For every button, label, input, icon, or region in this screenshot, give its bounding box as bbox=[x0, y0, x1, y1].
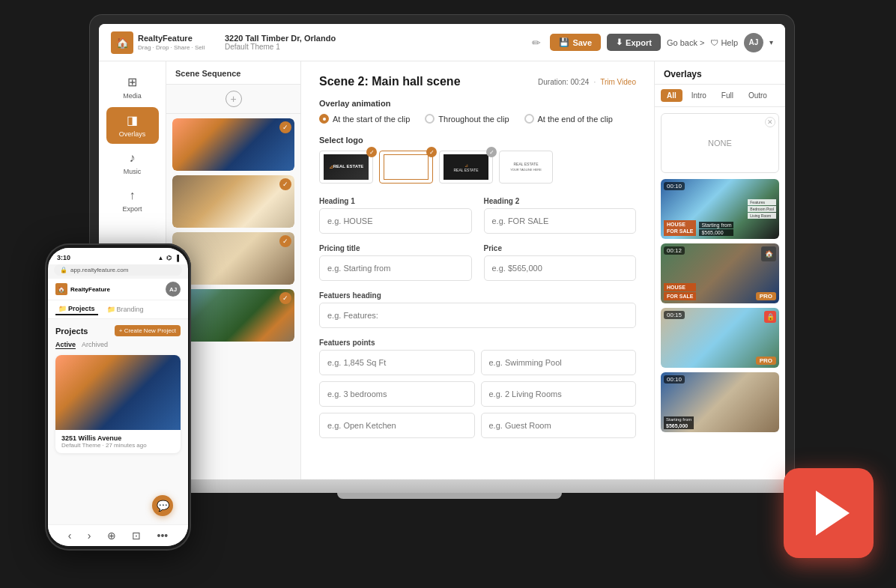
overlay-features-1: Features Bedroom Pool Living Room bbox=[748, 199, 776, 219]
point-input-3[interactable] bbox=[319, 381, 475, 407]
point-input-2[interactable] bbox=[481, 350, 637, 375]
sidebar-label-export: Export bbox=[122, 205, 142, 213]
export-sidebar-icon: ↑ bbox=[130, 189, 136, 202]
overlay-tab-intro[interactable]: Intro bbox=[685, 89, 712, 102]
chevron-down-icon[interactable]: ▾ bbox=[769, 38, 773, 46]
point-input-6[interactable] bbox=[481, 413, 637, 438]
overlay-price-1: $565,000 bbox=[699, 229, 733, 236]
overlay-text-2: HOUSE FOR SALE bbox=[664, 283, 696, 300]
export-icon: ⬇ bbox=[616, 37, 623, 47]
radio-throughout[interactable]: Throughout the clip bbox=[425, 114, 509, 124]
sidebar-item-export[interactable]: ↑ Export bbox=[106, 183, 159, 219]
scene-thumb-1[interactable]: ✓ bbox=[172, 118, 294, 171]
point-input-5[interactable] bbox=[319, 413, 475, 438]
radio-dot-throughout bbox=[425, 114, 435, 124]
logo-img-2 bbox=[384, 154, 429, 180]
pricing-row: Pricing title Price bbox=[319, 244, 636, 281]
overlay-time-2: 00:12 bbox=[664, 246, 685, 255]
logo-option-3[interactable]: ⊿ REAL ESTATE ✓ bbox=[439, 151, 493, 184]
forward-icon[interactable]: › bbox=[88, 530, 91, 542]
overlay-starting-1: Starting from bbox=[699, 222, 733, 228]
points-grid bbox=[319, 350, 636, 438]
phone-create-button[interactable]: + Create New Project bbox=[115, 325, 181, 336]
signal-icon: ▲ bbox=[157, 255, 163, 261]
overlay-time-1: 00:10 bbox=[664, 182, 685, 190]
battery-icon: ▐ bbox=[175, 255, 179, 261]
overlays-panel: Overlays All Intro Full Outro ✕ NONE bbox=[654, 61, 785, 479]
overlay-card-bg-4: 00:10 Starting from $565,000 bbox=[661, 372, 779, 432]
overlay-none-option[interactable]: ✕ NONE bbox=[661, 113, 779, 173]
radio-at-start[interactable]: At the start of the clip bbox=[319, 114, 410, 124]
overlay-card-2[interactable]: 00:12 🏠 HOUSE FOR SALE PRO bbox=[661, 243, 779, 303]
features-points-label: Featuers points bbox=[319, 339, 636, 347]
overlay-bottom-1: HOUSEFOR SALE Starting from $565,000 bbox=[664, 220, 733, 236]
save-icon: 💾 bbox=[559, 37, 569, 47]
phone-subtabs: Active Archived bbox=[55, 341, 181, 349]
overlay-card-4[interactable]: 00:10 Starting from $565,000 bbox=[661, 372, 779, 432]
phone-tab-branding[interactable]: 📁 Branding bbox=[104, 303, 147, 315]
trim-video-link[interactable]: Trim Video bbox=[600, 78, 636, 86]
phone-app-header: 🏠 RealtyFeature AJ bbox=[48, 279, 188, 300]
phone-url-bar[interactable]: 🔒 app.realtyfeature.com bbox=[54, 264, 182, 276]
radio-at-end[interactable]: At the end of the clip bbox=[524, 114, 613, 124]
scene-add-button[interactable]: + bbox=[225, 91, 242, 107]
overlay-tab-all[interactable]: All bbox=[661, 89, 682, 102]
youtube-play-button[interactable] bbox=[784, 468, 874, 558]
save-button[interactable]: 💾 Save bbox=[550, 34, 601, 51]
overlay-card-bg-1: 00:10 Features Bedroom Pool Living Room … bbox=[661, 179, 779, 239]
phone-project-info: 3251 Willis Avenue Default Theme · 27 mi… bbox=[55, 430, 181, 453]
sidebar-item-music[interactable]: ♪ Music bbox=[106, 145, 159, 181]
pricing-title-input[interactable] bbox=[319, 255, 472, 281]
back-icon[interactable]: ‹ bbox=[68, 530, 72, 542]
overlay-none-x-icon: ✕ bbox=[765, 117, 775, 127]
laptop-base bbox=[90, 479, 794, 493]
sidebar-label-media: Media bbox=[123, 92, 142, 100]
overlay-card-3[interactable]: 00:15 🔒 PRO bbox=[661, 308, 779, 368]
overlay-card-1[interactable]: 00:10 Features Bedroom Pool Living Room … bbox=[661, 179, 779, 239]
overlay-tab-full[interactable]: Full bbox=[715, 89, 739, 102]
sidebar-item-overlays[interactable]: ◨ Overlays bbox=[106, 107, 159, 144]
help-button[interactable]: 🛡 Help bbox=[710, 38, 738, 47]
overlay-tabs: All Intro Full Outro bbox=[655, 85, 785, 107]
play-triangle-icon bbox=[816, 491, 850, 536]
phone-subtab-archived[interactable]: Archived bbox=[82, 341, 108, 349]
tabs-icon[interactable]: ⊡ bbox=[132, 530, 141, 542]
price-input[interactable] bbox=[484, 255, 637, 281]
logo-select-row: ⊿ REAL ESTATE ✓ ✓ ⊿ bbox=[319, 151, 636, 184]
logo-option-2[interactable]: ✓ bbox=[379, 151, 433, 184]
logo-option-1[interactable]: ⊿ REAL ESTATE ✓ bbox=[319, 151, 373, 184]
heading2-input[interactable] bbox=[484, 208, 637, 234]
logo-option-4[interactable]: REAL ESTATEYOUR TAGLINE HERE bbox=[499, 151, 553, 184]
more-icon[interactable]: ••• bbox=[157, 530, 169, 542]
edit-icon[interactable]: ✏ bbox=[532, 37, 541, 49]
sidebar-label-music: Music bbox=[124, 168, 142, 175]
overlay-lock-icon-3: 🔒 bbox=[764, 311, 776, 323]
goback-button[interactable]: Go back > bbox=[667, 38, 704, 47]
phone-subtab-active[interactable]: Active bbox=[55, 341, 76, 349]
scene-check-3: ✓ bbox=[279, 235, 291, 247]
share-icon[interactable]: ⊕ bbox=[107, 530, 116, 542]
scene-thumb-2[interactable]: ✓ bbox=[172, 175, 294, 228]
heading1-input[interactable] bbox=[319, 208, 472, 234]
scene-add-area: + bbox=[166, 85, 300, 114]
logo-img-4: REAL ESTATEYOUR TAGLINE HERE bbox=[503, 154, 548, 180]
point-input-4[interactable] bbox=[481, 381, 637, 407]
radio-label-start: At the start of the clip bbox=[333, 115, 410, 124]
phone-project-card[interactable]: 3251 Willis Avenue Default Theme · 27 mi… bbox=[55, 355, 181, 453]
overlay-tab-outro[interactable]: Outro bbox=[742, 89, 773, 102]
phone-tabs: 📁 Projects 📁 Branding bbox=[48, 300, 188, 319]
overlay-time-4: 00:10 bbox=[664, 375, 685, 384]
avatar[interactable]: AJ bbox=[744, 33, 763, 52]
phone-fab-button[interactable]: 💬 bbox=[152, 495, 173, 516]
overlay-price-area-1: Starting from $565,000 bbox=[699, 222, 733, 236]
sidebar-item-media[interactable]: ⊞ Media bbox=[106, 69, 159, 106]
media-icon: ⊞ bbox=[127, 75, 137, 89]
phone-tab-projects[interactable]: 📁 Projects bbox=[55, 303, 98, 315]
phone-screen: 3:10 ▲ ⌬ ▐ 🔒 app.realtyfeature.com 🏠 Rea… bbox=[48, 248, 188, 546]
export-button[interactable]: ⬇ Export bbox=[607, 34, 661, 51]
phone-avatar[interactable]: AJ bbox=[166, 282, 181, 297]
point-input-1[interactable] bbox=[319, 350, 475, 375]
overlay-pro-badge-2: PRO bbox=[756, 292, 776, 300]
features-heading-input[interactable] bbox=[319, 303, 636, 328]
laptop-screen-outer: 🏠 RealtyFeature Drag · Drop · Share · Se… bbox=[90, 15, 794, 479]
